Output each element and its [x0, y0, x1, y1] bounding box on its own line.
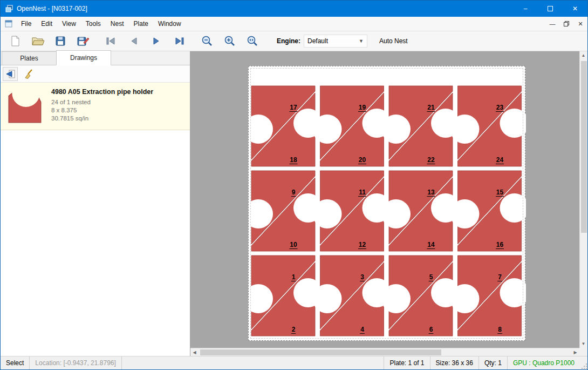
svg-text:18: 18 [290, 156, 297, 164]
save-button[interactable] [52, 33, 69, 49]
first-arrow-icon [105, 36, 117, 46]
horizontal-scroll-thumb[interactable] [200, 349, 441, 355]
main-content: PlatesDrawings [1, 51, 587, 356]
nested-pair[interactable]: 12 [249, 255, 323, 336]
last-arrow-icon [173, 36, 185, 46]
open-button[interactable] [30, 33, 46, 49]
send-to-plate-button[interactable] [3, 67, 18, 81]
scroll-right-icon[interactable]: ▶ [571, 348, 579, 356]
nested-pair[interactable]: 2324 [450, 86, 527, 166]
svg-text:4: 4 [360, 326, 364, 333]
vertical-scroll-thumb[interactable] [581, 61, 587, 233]
menu-tools[interactable]: Tools [81, 17, 106, 31]
svg-text:19: 19 [359, 104, 366, 111]
menu-file[interactable]: File [16, 17, 36, 31]
next-button[interactable] [148, 33, 165, 49]
svg-text:3: 3 [360, 273, 364, 281]
zoom-in-button[interactable] [222, 33, 238, 49]
mdi-restore-button[interactable] [559, 18, 573, 30]
left-panel: PlatesDrawings [1, 51, 190, 356]
nested-parts[interactable]: 171819202122232491011121314151612345678 [249, 66, 526, 341]
open-folder-icon [31, 35, 44, 47]
drawing-info: 4980 A05 Extraction pipe holder 24 of 1 … [51, 87, 153, 125]
menu-window[interactable]: Window [153, 17, 186, 31]
nested-pair[interactable]: 1314 [381, 171, 460, 251]
auto-nest-button[interactable]: Auto Nest [376, 35, 411, 47]
zoom-fit-button[interactable] [244, 33, 261, 49]
first-button[interactable] [103, 33, 119, 49]
minimize-button[interactable]: – [513, 1, 538, 17]
svg-text:23: 23 [496, 104, 504, 111]
svg-text:1: 1 [292, 273, 296, 281]
svg-text:14: 14 [427, 241, 435, 248]
svg-text:11: 11 [359, 189, 366, 196]
scroll-left-icon[interactable]: ◀ [190, 348, 199, 356]
mdi-minimize-button[interactable]: — [545, 18, 559, 30]
nested-pair[interactable]: 1112 [313, 171, 392, 251]
engine-label: Engine: [277, 37, 300, 45]
menu-items: FileEditViewToolsNestPlateWindow [16, 17, 186, 31]
chevron-down-icon: ▼ [359, 38, 364, 44]
save-edit-icon [77, 35, 90, 47]
menu-view[interactable]: View [57, 17, 81, 31]
zoom-out-button[interactable] [199, 33, 215, 49]
nested-pair[interactable]: 78 [450, 255, 527, 336]
tab-plates[interactable]: Plates [2, 51, 57, 65]
resize-grip[interactable] [580, 356, 587, 369]
nested-pair[interactable]: 1920 [313, 86, 392, 166]
svg-text:7: 7 [498, 273, 502, 281]
nested-pair[interactable]: 34 [313, 255, 392, 336]
status-size: Size: 36 x 36 [430, 356, 478, 369]
svg-text:13: 13 [427, 189, 435, 196]
scroll-up-icon[interactable]: ▲ [579, 51, 587, 59]
previous-arrow-icon [128, 36, 139, 46]
window-title: OpenNest - [N0317-002] [17, 5, 87, 12]
svg-text:8: 8 [498, 326, 502, 333]
scroll-down-icon[interactable]: ▼ [579, 340, 587, 348]
svg-text:9: 9 [292, 189, 296, 196]
status-qty: Qty: 1 [478, 356, 507, 369]
nesting-canvas[interactable]: 171819202122232491011121314151612345678 … [190, 51, 587, 356]
horizontal-scrollbar[interactable]: ◀ ▶ [190, 348, 579, 356]
new-file-icon [9, 35, 21, 48]
engine-value: Default [307, 37, 359, 45]
menu-nest[interactable]: Nest [106, 17, 129, 31]
engine-select[interactable]: Default ▼ [304, 35, 367, 48]
plate-sheet[interactable]: 171819202122232491011121314151612345678 [248, 66, 525, 341]
maximize-button[interactable] [538, 1, 563, 17]
nested-pair[interactable]: 2122 [381, 86, 460, 166]
mdi-close-button[interactable]: ✕ [573, 18, 587, 30]
part-thumbnail [6, 87, 45, 126]
menu-edit[interactable]: Edit [36, 17, 57, 31]
tab-strip: PlatesDrawings [1, 51, 190, 65]
scrollbar-corner [579, 348, 587, 356]
status-plate: Plate: 1 of 1 [384, 356, 429, 369]
save-as-button[interactable] [75, 33, 91, 49]
tab-drawings[interactable]: Drawings [56, 50, 111, 65]
resize-grip-icon [581, 363, 587, 369]
vertical-scrollbar[interactable]: ▲ ▼ [579, 51, 587, 348]
app-window: OpenNest - [N0317-002] – ✕ FileEditViewT… [0, 0, 588, 370]
svg-text:21: 21 [427, 104, 435, 111]
maximize-icon [548, 6, 553, 11]
last-button[interactable] [171, 33, 187, 49]
drawing-list-item[interactable]: 4980 A05 Extraction pipe holder 24 of 1 … [1, 83, 190, 130]
svg-text:15: 15 [496, 189, 504, 196]
send-to-plate-icon [5, 69, 16, 79]
nested-pair[interactable]: 1516 [450, 171, 527, 251]
new-button[interactable] [7, 33, 23, 49]
nested-pair[interactable]: 56 [381, 255, 460, 336]
svg-text:20: 20 [359, 156, 366, 164]
svg-text:6: 6 [429, 326, 433, 333]
svg-text:22: 22 [427, 156, 435, 164]
svg-text:17: 17 [290, 104, 297, 111]
broom-icon [23, 69, 34, 79]
clean-button[interactable] [21, 67, 36, 81]
svg-text:12: 12 [359, 241, 366, 248]
previous-button[interactable] [126, 33, 142, 49]
nested-pair[interactable]: 910 [249, 171, 323, 251]
menu-plate[interactable]: Plate [129, 17, 153, 31]
document-icon [4, 19, 13, 28]
nested-pair[interactable]: 1718 [249, 86, 323, 166]
close-button[interactable]: ✕ [563, 1, 587, 17]
